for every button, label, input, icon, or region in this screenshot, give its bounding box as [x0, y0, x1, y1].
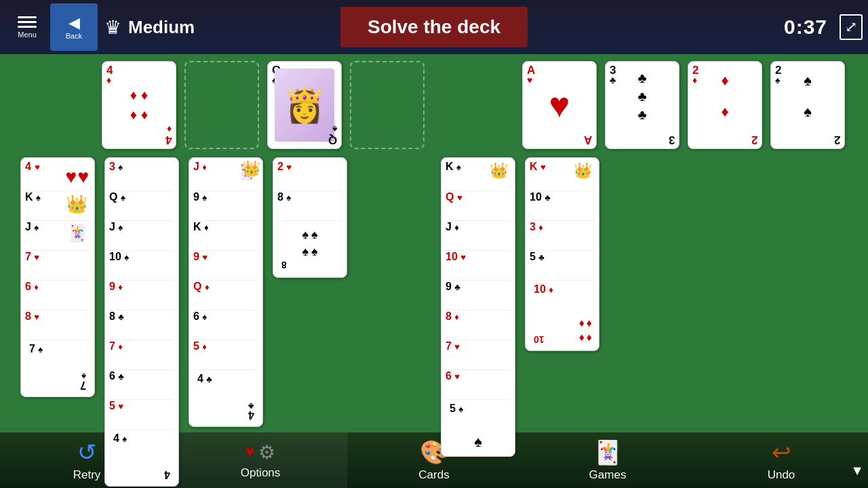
menu-button[interactable]: Menu	[7, 3, 47, 51]
rank-br: A	[584, 134, 592, 146]
suit-tl: ♠	[775, 75, 780, 85]
suit-br: ♦	[167, 124, 172, 135]
suit-tl: ♦	[106, 75, 111, 85]
tableau-row: 4 ♥ ♥ ♥ K ♠ 👑 J ♠ 🃏	[14, 157, 854, 487]
tableau-col-6[interactable]: K ♠ 👑 Q ♥ J ♦ 10 ♥ 9 ♣	[441, 157, 515, 457]
foundation-2s[interactable]: 2 ♠ ♠ ♠ 2	[770, 61, 845, 149]
crown-icon: ♛	[104, 16, 121, 39]
foundation-qs[interactable]: Q ♠ 👸 Q ♠	[267, 61, 342, 149]
scroll-down-chevron[interactable]: ▼	[850, 463, 864, 479]
suit-br: ♠	[332, 124, 337, 135]
menu-icon	[18, 16, 37, 28]
menu-label: Menu	[18, 30, 37, 39]
foundation-empty-1	[184, 61, 259, 149]
game-title: Medium	[128, 17, 195, 38]
suit-tl: ♣	[610, 75, 616, 85]
center-suit: ♥	[549, 85, 570, 125]
suit-tl: ♦	[692, 75, 697, 85]
timer: 0:37	[784, 16, 827, 39]
tableau-col-2[interactable]: 3 ♠ Q ♠ J ♠ 10 ♠ 9 ♦	[104, 157, 179, 487]
solve-banner[interactable]: Solve the deck	[340, 7, 528, 47]
tableau-col-4[interactable]: 2 ♥ 8 ♠ 8 ♠ ♠ ♠ ♠	[273, 157, 347, 278]
rank-br: Q	[328, 134, 337, 146]
title-area: ♛ Medium	[104, 16, 195, 39]
rank-br: 2	[834, 134, 840, 146]
back-arrow-icon: ◀	[68, 14, 80, 32]
game-area: 4 ♦ ♦ ♦ ♦ ♦ 4 ♦ Q ♠ 👸 Q ♠	[0, 54, 868, 432]
foundation-row: 4 ♦ ♦ ♦ ♦ ♦ 4 ♦ Q ♠ 👸 Q ♠	[14, 61, 854, 149]
suit-tl: ♥	[527, 75, 532, 85]
foundation-ah[interactable]: A ♥ ♥ A	[522, 61, 597, 149]
foundation-3c[interactable]: 3 ♣ ♣ ♣ ♣ 3	[605, 61, 679, 149]
rank-br: 2	[751, 134, 757, 146]
back-button[interactable]: ◀ Back	[50, 3, 98, 51]
header: Menu ◀ Back ♛ Medium Solve the deck 0:37…	[0, 0, 868, 54]
expand-button[interactable]: ⤢	[840, 14, 863, 40]
rank-br: 4	[165, 134, 172, 146]
back-label: Back	[66, 32, 82, 40]
tableau-col-1[interactable]: 4 ♥ ♥ ♥ K ♠ 👑 J ♠ 🃏	[20, 157, 95, 397]
foundation-empty-2	[350, 61, 425, 149]
foundation-4d[interactable]: 4 ♦ ♦ ♦ ♦ ♦ 4 ♦	[102, 61, 176, 149]
tableau-col-7[interactable]: K ♥ 👑 10 ♣ 3 ♦ 5 ♣ 10 ♦	[525, 157, 599, 351]
foundation-2d[interactable]: 2 ♦ ♦ ♦ 2	[688, 61, 762, 149]
tableau-col-3[interactable]: J ♦ 🃏 9 ♠ K ♦ 👑 9 ♥ Q	[189, 157, 263, 427]
face-card-image: 👸	[275, 68, 334, 142]
rank-br: 3	[669, 134, 675, 146]
